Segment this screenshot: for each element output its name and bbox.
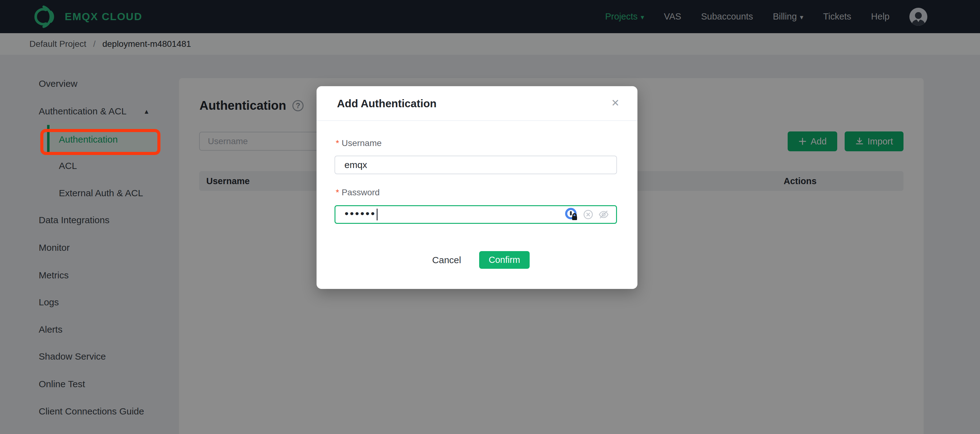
confirm-button[interactable]: Confirm	[479, 251, 530, 269]
label-text: Password	[342, 188, 380, 198]
close-icon[interactable]: ✕	[611, 98, 619, 108]
required-asterisk: *	[336, 138, 339, 148]
clear-input-icon[interactable]	[583, 209, 593, 220]
password-field-label: * Password	[336, 188, 380, 198]
required-asterisk: *	[336, 188, 339, 198]
label-text: Username	[342, 138, 382, 148]
add-authentication-dialog: Add Authentication ✕ * Username * Passwo…	[317, 86, 638, 289]
toggle-password-visibility-icon[interactable]	[598, 209, 609, 220]
dialog-footer: Cancel Confirm	[317, 247, 638, 272]
username-field-label: * Username	[336, 138, 382, 148]
onepassword-icon[interactable]	[565, 207, 578, 222]
text-cursor	[377, 209, 377, 220]
dialog-title: Add Authentication	[337, 97, 436, 110]
username-input[interactable]	[334, 156, 617, 174]
masked-password-value: ••••••	[345, 208, 376, 219]
password-input[interactable]: ••••••	[334, 205, 617, 224]
cancel-button[interactable]: Cancel	[432, 251, 461, 269]
dialog-header: Add Authentication ✕	[317, 86, 638, 121]
